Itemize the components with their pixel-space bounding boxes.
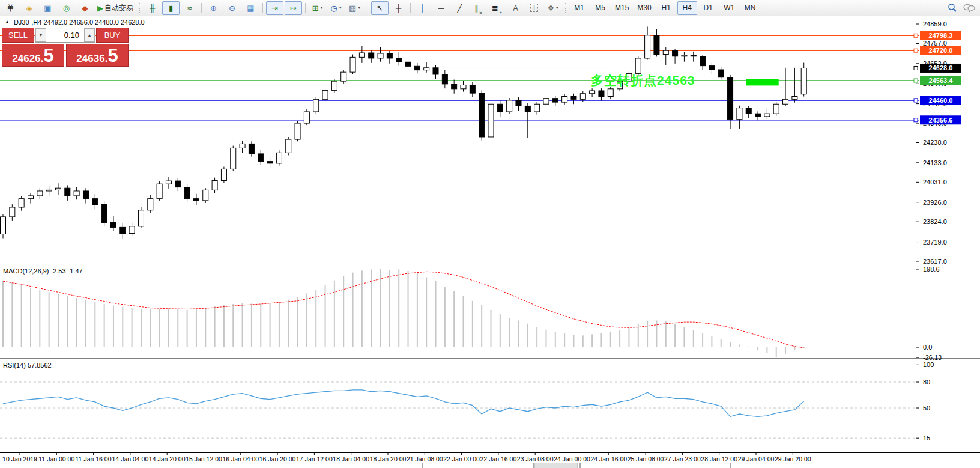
timeframe-mn-button[interactable]: MN bbox=[740, 1, 760, 15]
price-tick-label: 24031.0 bbox=[923, 178, 947, 186]
price-badge-24720.0-marker[interactable] bbox=[914, 49, 918, 52]
equidistant-channel-button[interactable]: ∥E bbox=[470, 1, 487, 15]
indicators-icon: ⊞ bbox=[312, 4, 319, 12]
buy-price-display[interactable]: 24636.5 bbox=[66, 44, 129, 67]
market-icon: ◆ bbox=[82, 4, 88, 12]
autotrading-label: 自动交易 bbox=[104, 3, 133, 13]
sell-price-main: 24626 bbox=[12, 52, 40, 65]
tile-windows-button[interactable]: ▦ bbox=[242, 1, 259, 15]
arrows-button[interactable]: ❖▾ bbox=[544, 1, 561, 15]
timeframe-h1-label: H1 bbox=[662, 4, 671, 12]
autotrading-button[interactable]: ▶自动交易 bbox=[95, 1, 136, 15]
candle-body bbox=[249, 144, 254, 154]
auto-scroll-button[interactable]: ⇥ bbox=[266, 1, 283, 15]
candle-body bbox=[783, 99, 788, 104]
candle-body bbox=[378, 53, 383, 58]
candle-body bbox=[433, 68, 438, 74]
trendline-button[interactable]: ╱ bbox=[451, 1, 468, 15]
vertical-line-icon: │ bbox=[420, 4, 425, 12]
chat-icon[interactable] bbox=[963, 3, 975, 13]
candle-body bbox=[424, 68, 429, 70]
vertical-line-button[interactable]: │ bbox=[414, 1, 431, 15]
timeframe-m15-button[interactable]: M15 bbox=[611, 1, 632, 15]
signals-button[interactable]: ◎ bbox=[58, 1, 75, 15]
bottom-window-fragment bbox=[534, 463, 578, 468]
candle-body bbox=[414, 66, 420, 70]
zoom-out-button[interactable]: ⊖ bbox=[223, 1, 241, 15]
new-order-button[interactable]: 单 bbox=[2, 1, 19, 15]
bar-chart-button[interactable]: ╫ bbox=[144, 1, 161, 15]
timeframe-m1-button[interactable]: M1 bbox=[569, 1, 589, 15]
timeframe-h1-button[interactable]: H1 bbox=[656, 1, 676, 15]
templates-button[interactable]: ▧▾ bbox=[346, 1, 363, 15]
chart-canvas[interactable]: 24859.024757.024652.024547.024442.024340… bbox=[0, 0, 980, 468]
candle-body bbox=[74, 191, 79, 196]
macd-tick-label: 198.6 bbox=[923, 266, 940, 273]
candle-body bbox=[396, 58, 402, 62]
candle-body bbox=[461, 85, 466, 88]
macd-tick-label: -26.13 bbox=[923, 354, 942, 361]
current-price-badge-marker[interactable] bbox=[914, 66, 918, 70]
volume-decrease-button[interactable]: ▼ bbox=[35, 28, 46, 42]
sell-price-pip: 5 bbox=[43, 46, 53, 65]
candle-body bbox=[562, 97, 567, 103]
sell-button[interactable]: SELL bbox=[2, 28, 34, 43]
timeframe-m30-button[interactable]: M30 bbox=[634, 1, 655, 15]
candle-body bbox=[673, 50, 678, 56]
volume-increase-button[interactable]: ▲ bbox=[84, 28, 95, 42]
candle-body bbox=[276, 153, 282, 163]
timeframe-h4-button[interactable]: H4 bbox=[677, 1, 697, 15]
market-button[interactable]: ◆ bbox=[76, 1, 94, 15]
candle-body bbox=[801, 68, 806, 94]
icon-subscript: E bbox=[479, 10, 482, 14]
price-tick-label: 23926.0 bbox=[923, 199, 947, 206]
candle-body bbox=[331, 81, 337, 90]
candle-body bbox=[608, 89, 613, 97]
pivot-annotation-text: 多空转折点24563 bbox=[591, 72, 695, 89]
crosshair-button[interactable]: ┼ bbox=[390, 1, 407, 15]
price-badge-24356.6-marker[interactable] bbox=[914, 118, 918, 122]
signals-icon: ◎ bbox=[63, 4, 70, 12]
zoom-in-button[interactable]: ⊕ bbox=[205, 1, 222, 15]
fibonacci-button[interactable]: ≣F bbox=[488, 1, 506, 15]
text-button[interactable]: A bbox=[507, 1, 524, 15]
zoom-in-icon: ⊕ bbox=[210, 4, 217, 12]
metaeditor-button[interactable]: ◈ bbox=[20, 1, 38, 15]
candle-body bbox=[322, 90, 328, 99]
toolbar-grip bbox=[564, 3, 566, 13]
candle-body bbox=[479, 93, 485, 137]
line-chart-button[interactable]: ≈ bbox=[181, 1, 198, 15]
horizontal-line-button[interactable]: ─ bbox=[432, 1, 450, 15]
time-tick-label: 15 Jan 12:00 bbox=[186, 455, 222, 463]
cursor-button[interactable]: ↖ bbox=[371, 1, 389, 15]
text-label-button[interactable]: T bbox=[525, 1, 543, 15]
indicators-button[interactable]: ⊞▾ bbox=[309, 1, 326, 15]
candle-body bbox=[240, 144, 245, 148]
candle-body bbox=[700, 56, 706, 66]
timeframe-h4-label: H4 bbox=[683, 4, 692, 12]
sell-price-display[interactable]: 24626.5 bbox=[2, 44, 64, 67]
bar-chart-icon: ╫ bbox=[150, 4, 155, 12]
pivot-highlight-bar[interactable] bbox=[746, 79, 779, 85]
volume-input[interactable]: 0.10 bbox=[46, 28, 84, 42]
buy-button[interactable]: BUY bbox=[96, 28, 129, 43]
candlestick-chart-button[interactable]: ▮ bbox=[162, 1, 180, 15]
candle-body bbox=[590, 91, 595, 94]
search-icon[interactable] bbox=[948, 3, 957, 13]
timeframe-m5-button[interactable]: M5 bbox=[590, 1, 610, 15]
metaquotes-community-button[interactable]: ▣ bbox=[39, 1, 56, 15]
timeframe-w1-button[interactable]: W1 bbox=[719, 1, 739, 15]
price-badge-24563.4-marker[interactable] bbox=[914, 79, 918, 82]
timeframe-d1-button[interactable]: D1 bbox=[698, 1, 718, 15]
price-badge-24798.3-marker[interactable] bbox=[914, 34, 918, 37]
candle-body bbox=[221, 169, 226, 180]
time-tick-label: 22 Jan 00:00 bbox=[443, 455, 480, 463]
panel-collapse-icon[interactable]: ▲ bbox=[5, 20, 10, 25]
periods-button[interactable]: ◷▾ bbox=[327, 1, 345, 15]
candle-body bbox=[83, 191, 88, 199]
chart-shift-button[interactable]: ↦ bbox=[285, 1, 302, 15]
price-badge-24460.0-marker[interactable] bbox=[914, 99, 918, 102]
time-tick-label: 24 Jan 16:00 bbox=[590, 455, 627, 463]
candle-body bbox=[691, 55, 696, 56]
time-tick-label: 16 Jan 04:00 bbox=[222, 455, 259, 463]
